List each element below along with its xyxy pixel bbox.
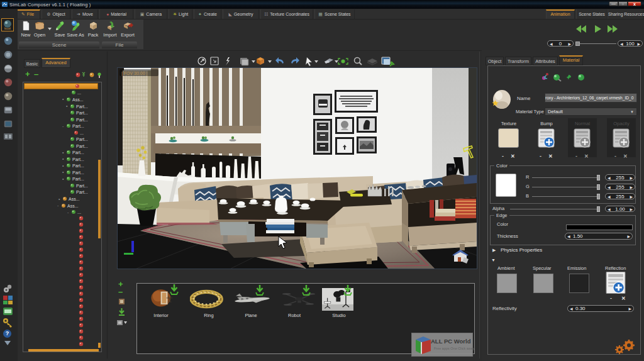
- svg-text:•: •: [62, 164, 64, 168]
- svg-text:| FOV 30.00 |: | FOV 30.00 |: [121, 71, 148, 76]
- svg-text:-: -: [62, 124, 64, 128]
- svg-text:...: ...: [77, 91, 81, 95]
- svg-text:Part...: Part...: [76, 118, 88, 122]
- svg-text:Part...: Part...: [72, 124, 84, 128]
- svg-text:Ass...: Ass...: [72, 97, 84, 102]
- svg-text:Part...: Part...: [76, 144, 88, 148]
- svg-text:•: •: [62, 170, 64, 174]
- svg-text:...: ...: [80, 131, 84, 135]
- svg-text:Part...: Part...: [72, 170, 84, 175]
- svg-text:•: •: [62, 97, 64, 101]
- svg-text:Part...: Part...: [76, 111, 88, 115]
- svg-text:Part...: Part...: [72, 150, 84, 155]
- svg-text:-: -: [57, 203, 59, 208]
- svg-text:Part...: Part...: [72, 177, 84, 181]
- svg-text:Ass...: Ass...: [69, 197, 80, 201]
- svg-text:Part...: Part...: [72, 157, 84, 162]
- svg-text:-: -: [67, 210, 69, 214]
- svg-text:•: •: [66, 104, 68, 108]
- svg-text:•: •: [62, 177, 64, 181]
- svg-text:Part...: Part...: [76, 104, 88, 109]
- svg-text:Part...: Part...: [76, 190, 88, 194]
- svg-text:...: ...: [77, 210, 81, 214]
- svg-text:•: •: [62, 150, 64, 155]
- svg-text:•: •: [62, 157, 64, 161]
- svg-text:Ass...: Ass...: [67, 204, 79, 208]
- svg-text:Part...: Part...: [72, 164, 84, 168]
- svg-text:Part...: Part...: [76, 184, 88, 188]
- svg-text:Part...: Part...: [76, 137, 88, 142]
- svg-text:•: •: [58, 197, 60, 201]
